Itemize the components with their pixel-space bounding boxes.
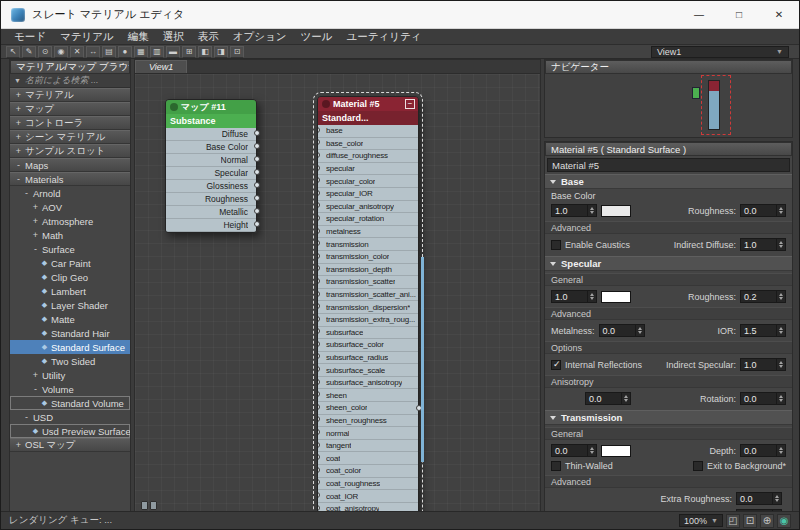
material-map-browser-toggle-icon[interactable]: ◧ <box>198 46 212 58</box>
parameter-editor-header[interactable]: Material #5 ( Standard Surface ) <box>545 142 792 156</box>
output-socket[interactable] <box>254 195 260 201</box>
search-field[interactable]: ▼ 名前による検索 ... <box>10 74 130 88</box>
input-socket[interactable] <box>318 240 320 246</box>
tree-item[interactable]: ◆ Standard Surface <box>10 340 130 354</box>
input-socket[interactable] <box>318 127 320 133</box>
standard-surface-material-node[interactable]: Material #5 − Standard... base <box>317 96 419 514</box>
input-socket[interactable] <box>318 265 320 271</box>
tree-expander-icon[interactable]: + <box>14 146 23 156</box>
navigator-header[interactable]: ナビゲーター <box>545 60 792 74</box>
input-socket[interactable] <box>318 303 320 309</box>
spinner-arrows[interactable] <box>772 493 781 504</box>
tree-expander-icon[interactable]: + <box>14 104 23 114</box>
thin-walled-checkbox[interactable] <box>551 461 561 471</box>
layout-all-horizontal-icon[interactable]: ▬ <box>166 46 180 58</box>
node-input-slot[interactable]: normal <box>318 427 418 440</box>
node-input-slot[interactable]: subsurface <box>318 327 418 340</box>
transmission-weight-spinner[interactable]: 0.0 <box>551 444 597 457</box>
input-socket[interactable] <box>318 190 320 196</box>
minimize-button[interactable]: — <box>679 1 719 28</box>
input-socket[interactable] <box>318 366 320 372</box>
tree-item[interactable]: ◆ Standard Volume <box>10 396 130 410</box>
move-children-icon[interactable]: ↔ <box>86 46 100 58</box>
indirect-diffuse-spinner[interactable]: 1.0 <box>740 238 786 251</box>
close-button[interactable]: ✕ <box>759 1 799 28</box>
tree-expander-icon[interactable]: + <box>14 132 23 142</box>
base-advanced-label[interactable]: Advanced <box>545 221 792 234</box>
transmission-general-label[interactable]: General <box>545 427 792 440</box>
node-input-slot[interactable]: specular_IOR <box>318 188 418 201</box>
tree-item[interactable]: + マテリアル <box>10 88 130 102</box>
output-socket[interactable] <box>254 221 260 227</box>
node-input-slot[interactable]: coat_color <box>318 465 418 478</box>
tree-expander-icon[interactable]: - <box>31 244 40 254</box>
node-input-slot[interactable]: sheen_color <box>318 402 418 415</box>
tree-expander-icon[interactable]: + <box>14 90 23 100</box>
node-input-slot[interactable]: metalness <box>318 226 418 239</box>
tree-expander-icon[interactable]: - <box>22 412 31 422</box>
specular-options-label[interactable]: Options <box>545 341 792 354</box>
node-output-slot[interactable]: Height <box>166 219 256 232</box>
exit-to-background-checkbox[interactable] <box>693 461 703 471</box>
input-socket[interactable] <box>318 454 320 460</box>
node-input-slot[interactable]: sheen <box>318 389 418 402</box>
input-socket[interactable] <box>318 442 320 448</box>
select-tool-icon[interactable]: ↖ <box>6 46 20 58</box>
rotation-spinner[interactable]: 0.0 <box>740 392 786 405</box>
show-background-icon[interactable]: ▦ <box>134 46 148 58</box>
node-canvas[interactable]: マップ #11 Substance Diffuse Base Color <box>135 74 540 514</box>
node-input-slot[interactable]: transmission_extra_roug... <box>318 314 418 327</box>
input-socket[interactable] <box>318 505 320 511</box>
material-node-subtitle-row[interactable]: Standard... <box>318 111 418 125</box>
tree-expander-icon[interactable]: + <box>31 216 40 226</box>
node-input-slot[interactable]: subsurface_color <box>318 339 418 352</box>
tree-expander-icon[interactable]: - <box>22 188 31 198</box>
input-socket[interactable] <box>318 404 320 410</box>
spinner-arrows[interactable] <box>587 205 596 216</box>
specular-roughness-spinner[interactable]: 0.2 <box>740 290 786 303</box>
tree-expander-icon[interactable]: ◆ <box>40 399 49 407</box>
input-socket[interactable] <box>318 328 320 334</box>
spinner-arrows[interactable] <box>776 445 785 456</box>
tree-item[interactable]: + OSL マップ <box>10 438 130 452</box>
tree-expander-icon[interactable]: ◆ <box>40 343 49 351</box>
tree-item[interactable]: ◆ Two Sided <box>10 354 130 368</box>
tree-item[interactable]: + AOV <box>10 200 130 214</box>
layout-children-icon[interactable]: ⊞ <box>182 46 196 58</box>
maximize-button[interactable]: □ <box>719 1 759 28</box>
base-weight-spinner[interactable]: 1.0 <box>551 204 597 217</box>
assign-material-icon[interactable]: ◉ <box>54 46 68 58</box>
node-input-slot[interactable]: sheen_roughness <box>318 415 418 428</box>
tree-expander-icon[interactable]: ◆ <box>40 329 49 337</box>
node-output-slot[interactable]: Diffuse <box>166 128 256 141</box>
spinner-arrows[interactable] <box>587 445 596 456</box>
input-socket[interactable] <box>318 416 320 422</box>
node-input-slot[interactable]: tangent <box>318 440 418 453</box>
canvas-corner-icons[interactable] <box>141 501 157 510</box>
node-input-slot[interactable]: transmission_depth <box>318 264 418 277</box>
tree-item[interactable]: - Materials <box>10 172 130 186</box>
base-color-swatch[interactable] <box>601 205 631 217</box>
rollout-base-header[interactable]: Base <box>545 174 792 189</box>
zoom-level-field[interactable]: 100% ▼ <box>679 514 723 527</box>
material-name-field[interactable]: Material #5 <box>547 158 790 172</box>
input-socket[interactable] <box>318 353 320 359</box>
anisotropy-label[interactable]: Anisotropy <box>545 375 792 388</box>
output-socket[interactable] <box>254 130 260 136</box>
tree-item[interactable]: ◆ Car Paint <box>10 256 130 270</box>
tree-expander-icon[interactable]: ◆ <box>40 273 49 281</box>
tree-item[interactable]: + Atmosphere <box>10 214 130 228</box>
node-input-slot[interactable]: specular_color <box>318 175 418 188</box>
zoom-extents-icon[interactable]: ⊡ <box>743 514 757 528</box>
tree-expander-icon[interactable]: - <box>14 160 23 170</box>
navigator-preview[interactable] <box>545 74 792 137</box>
spinner-arrows[interactable] <box>587 291 596 302</box>
anisotropy-spinner[interactable]: 0.0 <box>585 392 631 405</box>
node-input-slot[interactable]: specular_anisotropy <box>318 201 418 214</box>
view1-tab[interactable]: View1 <box>135 60 187 73</box>
node-scroll-indicator[interactable] <box>421 257 424 462</box>
tree-item[interactable]: + Math <box>10 228 130 242</box>
search-options-icon[interactable]: ▼ <box>14 77 21 84</box>
node-input-slot[interactable]: coat <box>318 452 418 465</box>
spinner-arrows[interactable] <box>621 393 630 404</box>
